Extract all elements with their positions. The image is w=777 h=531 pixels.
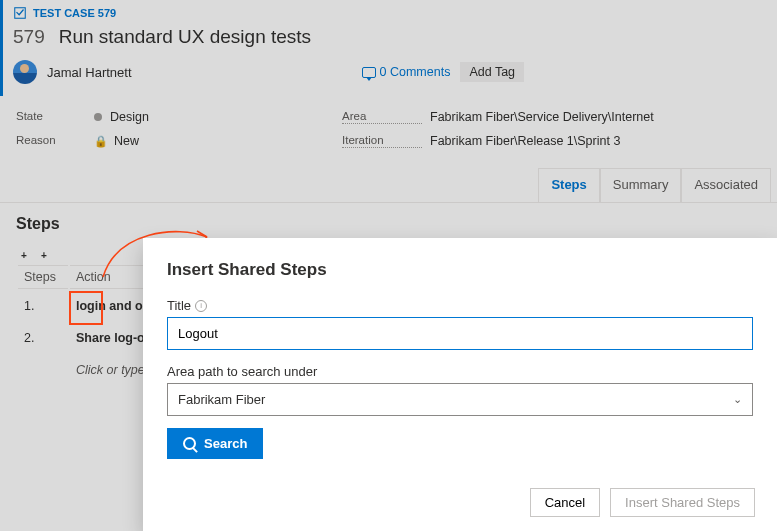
title-input[interactable] <box>167 317 753 350</box>
search-icon <box>183 437 196 450</box>
area-path-label: Area path to search under <box>167 364 753 379</box>
dialog-footer: Cancel Insert Shared Steps <box>530 488 755 517</box>
title-field-label: Title i <box>167 298 753 313</box>
insert-shared-steps-confirm-button: Insert Shared Steps <box>610 488 755 517</box>
search-button-label: Search <box>204 436 247 451</box>
area-path-select[interactable]: Fabrikam Fiber ⌄ <box>167 383 753 416</box>
search-button[interactable]: Search <box>167 428 263 459</box>
insert-shared-steps-dialog: Insert Shared Steps Title i Area path to… <box>143 238 777 531</box>
chevron-down-icon: ⌄ <box>733 393 742 406</box>
info-icon[interactable]: i <box>195 300 207 312</box>
cancel-button[interactable]: Cancel <box>530 488 600 517</box>
dialog-title: Insert Shared Steps <box>167 260 753 280</box>
area-path-value: Fabrikam Fiber <box>178 392 265 407</box>
